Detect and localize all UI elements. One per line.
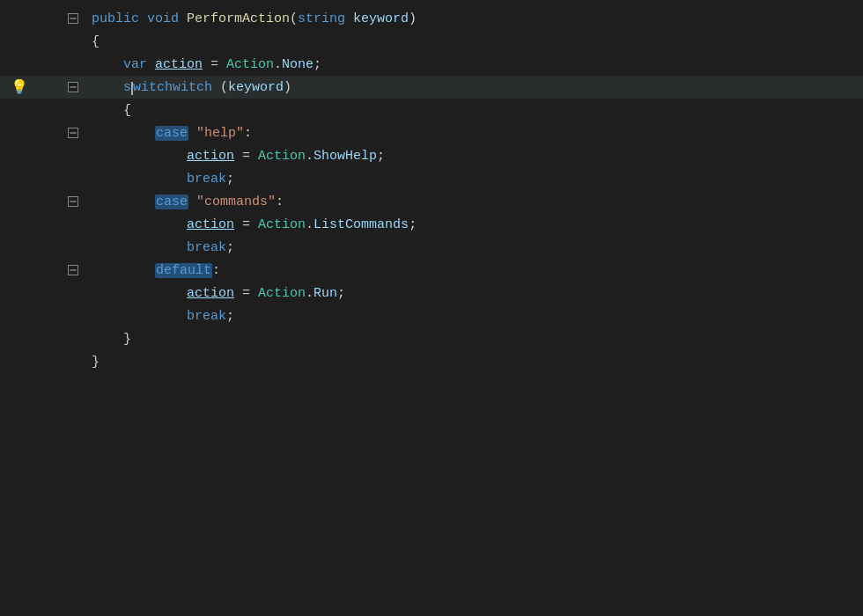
line-gutter <box>0 195 88 208</box>
token: action <box>187 286 234 301</box>
token: action <box>187 217 234 232</box>
token: ; <box>409 217 417 232</box>
token: "help" <box>196 126 244 141</box>
line-content: case "help": <box>88 126 863 141</box>
token <box>188 194 196 209</box>
token: } <box>123 332 131 347</box>
line-content: switchwitch (keyword) <box>88 80 863 95</box>
token: case <box>155 194 188 209</box>
code-line: 💡 switchwitch (keyword) <box>0 76 863 99</box>
token: Run <box>313 286 337 301</box>
line-content: break; <box>88 240 863 255</box>
token: keyword <box>353 11 409 26</box>
code-area: public void PerformAction(string keyword… <box>0 0 863 373</box>
token: : <box>276 194 284 209</box>
token: ; <box>377 149 385 164</box>
code-line: case "help": <box>0 121 863 144</box>
token: } <box>92 355 100 370</box>
code-editor: public void PerformAction(string keyword… <box>0 0 863 616</box>
token: Action <box>226 57 274 72</box>
token: . <box>274 57 282 72</box>
token: ShowHelp <box>313 149 377 164</box>
token: ) <box>284 80 291 95</box>
line-content: { <box>88 103 863 118</box>
token: case <box>155 126 188 141</box>
token: PerformAction <box>187 11 290 26</box>
line-gutter <box>0 127 88 139</box>
token: None <box>282 57 313 72</box>
token: . <box>306 149 313 164</box>
fold-icon[interactable] <box>67 127 79 139</box>
token: ; <box>313 57 321 72</box>
token: break <box>187 172 226 187</box>
fold-icon[interactable] <box>67 195 79 208</box>
code-line: public void PerformAction(string keyword… <box>0 7 863 30</box>
token: string <box>298 11 353 26</box>
token: = <box>203 57 226 72</box>
token: void <box>147 11 187 26</box>
token: { <box>123 103 131 118</box>
line-content: break; <box>88 309 863 324</box>
line-content: default: <box>88 263 863 278</box>
token: default <box>155 263 212 278</box>
code-line: break; <box>0 236 863 259</box>
code-line: default: <box>0 259 863 282</box>
fold-icon[interactable] <box>67 81 79 93</box>
token: = <box>234 149 258 164</box>
fold-icon[interactable] <box>67 12 79 25</box>
code-line: break; <box>0 167 863 190</box>
code-line: } <box>0 327 863 350</box>
token: ; <box>226 172 234 187</box>
token: ( <box>212 80 228 95</box>
token: ) <box>409 11 417 26</box>
code-line: { <box>0 30 863 53</box>
token: ; <box>337 286 345 301</box>
token: s <box>123 80 131 95</box>
token: : <box>212 263 220 278</box>
token <box>188 126 196 141</box>
line-content: { <box>88 34 863 49</box>
line-content: public void PerformAction(string keyword… <box>88 11 863 26</box>
line-content: case "commands": <box>88 194 863 209</box>
line-content: break; <box>88 172 863 187</box>
token: ListCommands <box>313 217 409 232</box>
token: "commands" <box>196 194 276 209</box>
line-content: action = Action.ShowHelp; <box>88 149 863 164</box>
line-content: var action = Action.None; <box>88 57 863 72</box>
token: = <box>234 286 258 301</box>
token: action <box>187 149 234 164</box>
token: break <box>187 240 226 255</box>
token: var <box>123 57 155 72</box>
token: = <box>234 217 258 232</box>
code-line: action = Action.ShowHelp; <box>0 144 863 167</box>
token: public <box>92 11 147 26</box>
line-gutter <box>0 12 88 25</box>
token: Action <box>258 217 306 232</box>
line-content: action = Action.Run; <box>88 286 863 301</box>
code-line: { <box>0 99 863 121</box>
line-content: action = Action.ListCommands; <box>88 217 863 232</box>
lightbulb-icon[interactable]: 💡 <box>11 78 28 96</box>
token: witch <box>133 80 173 95</box>
token: ( <box>290 11 298 26</box>
line-content: } <box>88 355 863 370</box>
line-gutter: 💡 <box>0 81 88 93</box>
code-line: case "commands": <box>0 190 863 213</box>
code-line: break; <box>0 304 863 327</box>
code-line: } <box>0 350 863 373</box>
token: Action <box>258 149 306 164</box>
code-line: var action = Action.None; <box>0 53 863 76</box>
token: action <box>155 57 203 72</box>
token: . <box>306 217 313 232</box>
token: break <box>187 309 226 324</box>
token: { <box>92 34 100 49</box>
token: ; <box>226 240 234 255</box>
token: witch <box>173 80 212 95</box>
fold-icon[interactable] <box>67 264 79 276</box>
token: : <box>244 126 252 141</box>
token: ; <box>226 309 234 324</box>
code-line: action = Action.Run; <box>0 282 863 304</box>
line-gutter <box>0 264 88 276</box>
line-content: } <box>88 332 863 347</box>
token: . <box>306 286 313 301</box>
